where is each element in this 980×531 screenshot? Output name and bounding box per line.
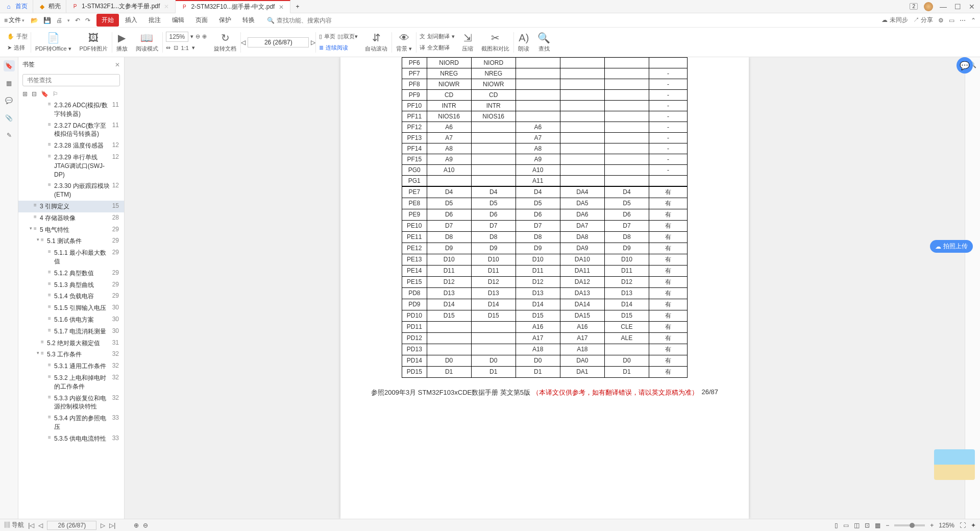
- marker-icon[interactable]: ⊕: [134, 522, 139, 529]
- save-icon[interactable]: 💾: [43, 17, 51, 24]
- collapse-all-icon[interactable]: ⊟: [32, 90, 37, 98]
- gear-icon[interactable]: ⚙: [938, 17, 944, 24]
- read-aloud[interactable]: A)朗读: [514, 28, 533, 57]
- view-mode-1[interactable]: ▯: [835, 522, 838, 529]
- search-input[interactable]: [277, 17, 358, 24]
- zoom-select[interactable]: 125%: [166, 32, 189, 42]
- close-icon[interactable]: ✕: [278, 4, 285, 11]
- chevron-up-icon[interactable]: ⌃: [971, 17, 976, 24]
- bookmark-item[interactable]: ▾≡5.1 测试条件29: [18, 235, 124, 247]
- background[interactable]: 👁背景 ▾: [392, 28, 416, 57]
- thumbnails-tab[interactable]: ▦: [4, 78, 15, 89]
- minimize-button[interactable]: —: [939, 3, 947, 11]
- pdf-to-office[interactable]: 📄PDF转Office ▾: [31, 28, 76, 57]
- zoom-out[interactable]: −: [886, 522, 889, 529]
- view-mode-2[interactable]: ▭: [843, 522, 849, 529]
- zoom-in-icon[interactable]: ⊕: [202, 33, 207, 40]
- bookmark-item[interactable]: ≡2.3.30 内嵌跟踪模块(ETM)12: [18, 180, 124, 201]
- signature-tab[interactable]: ✎: [4, 130, 15, 141]
- screenshot-compare[interactable]: ✂截图和对比: [477, 28, 513, 57]
- expand-all-icon[interactable]: ⊞: [22, 90, 28, 98]
- bookmark-item[interactable]: ≡5.3.5 供电电流特性33: [18, 433, 124, 445]
- continuous-read[interactable]: ≣连续阅读: [319, 43, 358, 53]
- view-mode-4[interactable]: ⊡: [865, 522, 870, 529]
- actual-size-icon[interactable]: 1:1: [181, 45, 189, 51]
- status-page-input[interactable]: 26 (26/87): [47, 521, 96, 530]
- bookmark-item[interactable]: ≡5.3.2 上电和掉电时的工作条件32: [18, 372, 124, 393]
- marker2-icon[interactable]: ⊖: [143, 522, 148, 529]
- bookmark-item[interactable]: ▾≡5 电气特性29: [18, 224, 124, 236]
- bookmark-item[interactable]: ≡5.1.5 引脚输入电压30: [18, 302, 124, 314]
- bookmark-item[interactable]: ≡2.3.27 DAC(数字至模拟信号转换器)11: [18, 120, 124, 140]
- bookmark-add-icon[interactable]: 🔖: [41, 90, 48, 98]
- word-translate[interactable]: 文划词翻译▾: [420, 32, 455, 42]
- menu-tab-edit[interactable]: 编辑: [167, 14, 189, 27]
- menu-tab-insert[interactable]: 插入: [120, 14, 142, 27]
- maximize-button[interactable]: ☐: [953, 3, 962, 11]
- share-button[interactable]: ↗ 分享: [913, 16, 933, 25]
- print-icon[interactable]: 🖨: [56, 17, 62, 24]
- bookmark-search-input[interactable]: [22, 74, 120, 86]
- next-page-icon[interactable]: ▷: [311, 39, 315, 46]
- double-page[interactable]: ▯▯双页▾: [337, 33, 358, 40]
- menu-tab-page[interactable]: 页面: [190, 14, 213, 27]
- single-page[interactable]: ▯单页 ▯▯双页▾: [319, 32, 358, 42]
- bookmark-item[interactable]: ≡2.3.29 串行单线JTAG调试口(SWJ-DP)12: [18, 152, 124, 180]
- search-box[interactable]: 🔍: [267, 17, 358, 24]
- more-icon[interactable]: ⋯: [960, 17, 966, 24]
- bookmark-item[interactable]: ≡5.1.3 典型曲线29: [18, 279, 124, 291]
- prev-page[interactable]: ◁: [38, 522, 43, 529]
- prev-page-icon[interactable]: ◁: [241, 39, 246, 46]
- page-input[interactable]: 26 (26/87): [248, 37, 309, 47]
- new-tab[interactable]: +: [290, 0, 304, 13]
- bookmark-flag-icon[interactable]: ⚐: [53, 90, 58, 98]
- hand-tool[interactable]: ✋手型: [7, 32, 28, 42]
- document-area[interactable]: PF6NIORDNIORDPF7NREGNREG-PF8NIOWRNIOWR-P…: [125, 57, 965, 519]
- bookmark-item[interactable]: ≡3 引脚定义15: [18, 201, 124, 212]
- window-icon[interactable]: ▭: [949, 17, 954, 24]
- close-icon[interactable]: ✕: [163, 3, 170, 10]
- bookmark-list[interactable]: ≡2.3.26 ADC(模拟/数字转换器)11≡2.3.27 DAC(数字至模拟…: [18, 100, 124, 519]
- bookmark-item[interactable]: ≡2.3.26 ADC(模拟/数字转换器)11: [18, 100, 124, 120]
- open-icon[interactable]: 📂: [31, 17, 38, 24]
- zoom-value[interactable]: 125%: [939, 522, 954, 529]
- bookmark-item[interactable]: ≡5.1.7 电流消耗测量30: [18, 326, 124, 337]
- bookmark-item[interactable]: ≡4 存储器映像28: [18, 212, 124, 224]
- tab-pdf-2[interactable]: P2-STM32F10...据手册-中文.pdf✕: [176, 0, 290, 13]
- bookmark-item[interactable]: ≡5.3.4 内置的参照电压33: [18, 413, 124, 433]
- menu-tab-annotate[interactable]: 批注: [143, 14, 166, 27]
- badge[interactable]: 2: [910, 3, 918, 10]
- next-page[interactable]: ▷: [101, 522, 105, 529]
- thumbnail-widget[interactable]: [934, 449, 975, 480]
- fit-width-icon[interactable]: ⇔: [166, 44, 170, 51]
- pdf-to-image[interactable]: 🖼PDF转图片: [76, 28, 112, 57]
- first-page[interactable]: |◁: [28, 522, 34, 529]
- bookmark-item[interactable]: ≡5.1.4 负载电容29: [18, 291, 124, 302]
- bookmark-item[interactable]: ≡2.3.28 温度传感器12: [18, 140, 124, 152]
- menu-tab-protect[interactable]: 保护: [214, 14, 236, 27]
- last-page[interactable]: ▷|: [109, 522, 115, 529]
- bookmark-item[interactable]: ≡5.1.1 最小和最大数值29: [18, 247, 124, 268]
- avatar[interactable]: [924, 2, 933, 11]
- view-mode-3[interactable]: ◫: [854, 522, 860, 529]
- view-mode-5[interactable]: ▦: [875, 522, 880, 529]
- comments-tab[interactable]: 💬: [4, 95, 15, 106]
- bookmark-item[interactable]: ≡5.3.3 内嵌复位和电源控制模块特性32: [18, 393, 124, 413]
- close-button[interactable]: ✕: [968, 3, 976, 11]
- redo-icon[interactable]: ↷: [85, 17, 90, 24]
- assistant-button[interactable]: 💬: [957, 57, 973, 74]
- fullscreen-icon[interactable]: ⛶: [960, 522, 966, 529]
- bookmark-item[interactable]: ≡5.1.6 供电方案30: [18, 314, 124, 326]
- nav-toggle[interactable]: ▥ 导航: [4, 521, 24, 529]
- tab-daoke[interactable]: ◆稻壳: [33, 0, 66, 13]
- close-icon[interactable]: ✕: [115, 61, 120, 68]
- zoom-in[interactable]: +: [930, 522, 934, 529]
- bookmark-item[interactable]: ▾≡5.3 工作条件32: [18, 349, 124, 360]
- file-menu[interactable]: ≡文件▾: [4, 16, 24, 25]
- find[interactable]: 🔍查找: [533, 28, 554, 57]
- bookmark-item[interactable]: ≡5.1.2 典型数值29: [18, 268, 124, 279]
- select-tool[interactable]: ➤选择: [7, 43, 28, 53]
- menu-tab-convert[interactable]: 转换: [237, 14, 260, 27]
- bookmarks-tab[interactable]: 🔖: [4, 60, 15, 71]
- tab-pdf-1[interactable]: P1-STM32F1...文参考手册.pdf✕: [66, 0, 176, 13]
